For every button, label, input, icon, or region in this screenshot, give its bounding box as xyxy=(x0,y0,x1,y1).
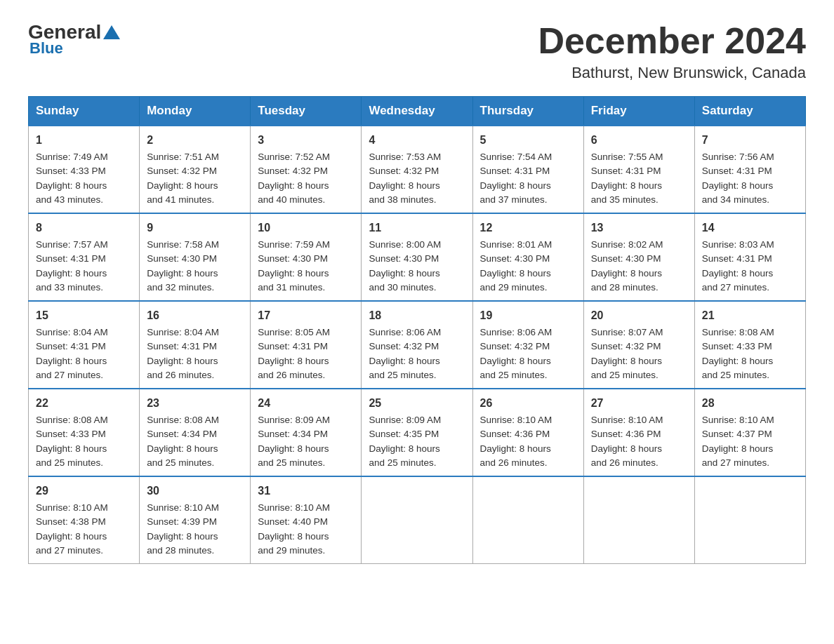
day-number: 10 xyxy=(258,220,354,236)
day-number: 8 xyxy=(36,220,132,236)
day-info: Sunrise: 8:08 AMSunset: 4:33 PMDaylight:… xyxy=(36,415,108,468)
calendar-day-cell: 26 Sunrise: 8:10 AMSunset: 4:36 PMDaylig… xyxy=(472,389,583,476)
day-number: 24 xyxy=(258,395,354,412)
day-info: Sunrise: 8:05 AMSunset: 4:31 PMDaylight:… xyxy=(258,327,330,380)
calendar-day-cell: 27 Sunrise: 8:10 AMSunset: 4:36 PMDaylig… xyxy=(583,389,694,476)
logo-triangle-icon xyxy=(103,25,120,39)
calendar-table: SundayMondayTuesdayWednesdayThursdayFrid… xyxy=(28,96,806,564)
day-info: Sunrise: 8:10 AMSunset: 4:40 PMDaylight:… xyxy=(258,502,330,556)
day-number: 20 xyxy=(591,307,687,324)
calendar-day-cell: 20 Sunrise: 8:07 AMSunset: 4:32 PMDaylig… xyxy=(583,301,694,389)
day-info: Sunrise: 7:53 AMSunset: 4:32 PMDaylight:… xyxy=(369,152,441,205)
calendar-day-header: Monday xyxy=(140,97,251,126)
calendar-day-cell: 5 Sunrise: 7:54 AMSunset: 4:31 PMDayligh… xyxy=(472,126,583,213)
calendar-day-header: Sunday xyxy=(29,97,140,126)
day-number: 15 xyxy=(36,307,132,324)
day-info: Sunrise: 7:57 AMSunset: 4:31 PMDaylight:… xyxy=(36,239,108,293)
day-number: 25 xyxy=(369,395,465,412)
day-number: 11 xyxy=(369,220,465,236)
calendar-day-cell: 30 Sunrise: 8:10 AMSunset: 4:39 PMDaylig… xyxy=(140,476,251,564)
day-info: Sunrise: 8:02 AMSunset: 4:30 PMDaylight:… xyxy=(591,239,663,293)
day-number: 28 xyxy=(702,395,798,412)
calendar-day-cell xyxy=(583,476,694,564)
day-number: 17 xyxy=(258,307,354,324)
day-number: 18 xyxy=(369,307,465,324)
month-title: December 2024 xyxy=(538,21,806,61)
calendar-day-cell: 14 Sunrise: 8:03 AMSunset: 4:31 PMDaylig… xyxy=(694,213,805,301)
calendar-week-row: 22 Sunrise: 8:08 AMSunset: 4:33 PMDaylig… xyxy=(29,389,806,476)
day-number: 22 xyxy=(36,395,132,412)
day-info: Sunrise: 8:08 AMSunset: 4:33 PMDaylight:… xyxy=(702,327,774,380)
day-info: Sunrise: 7:58 AMSunset: 4:30 PMDaylight:… xyxy=(147,239,219,293)
calendar-day-cell: 23 Sunrise: 8:08 AMSunset: 4:34 PMDaylig… xyxy=(140,389,251,476)
day-info: Sunrise: 7:55 AMSunset: 4:31 PMDaylight:… xyxy=(591,152,663,205)
day-number: 13 xyxy=(591,220,687,236)
calendar-day-cell: 19 Sunrise: 8:06 AMSunset: 4:32 PMDaylig… xyxy=(472,301,583,389)
location-text: Bathurst, New Brunswick, Canada xyxy=(538,64,806,82)
logo: General Blue xyxy=(28,21,122,58)
day-number: 14 xyxy=(702,220,798,236)
calendar-day-header: Wednesday xyxy=(362,97,472,126)
day-info: Sunrise: 8:09 AMSunset: 4:34 PMDaylight:… xyxy=(258,415,330,468)
day-number: 4 xyxy=(369,132,465,149)
logo-blue-text: Blue xyxy=(29,39,63,58)
day-info: Sunrise: 8:06 AMSunset: 4:32 PMDaylight:… xyxy=(480,327,552,380)
day-info: Sunrise: 8:07 AMSunset: 4:32 PMDaylight:… xyxy=(591,327,663,380)
day-number: 6 xyxy=(591,132,687,149)
day-number: 26 xyxy=(480,395,576,412)
title-section: December 2024 Bathurst, New Brunswick, C… xyxy=(538,21,806,82)
day-number: 16 xyxy=(147,307,243,324)
day-number: 12 xyxy=(480,220,576,236)
calendar-day-header: Saturday xyxy=(694,97,805,126)
calendar-day-header: Friday xyxy=(583,97,694,126)
day-number: 3 xyxy=(258,132,354,149)
day-info: Sunrise: 8:04 AMSunset: 4:31 PMDaylight:… xyxy=(36,327,108,380)
day-number: 19 xyxy=(480,307,576,324)
day-info: Sunrise: 8:00 AMSunset: 4:30 PMDaylight:… xyxy=(369,239,441,293)
day-number: 30 xyxy=(147,483,243,499)
day-info: Sunrise: 7:59 AMSunset: 4:30 PMDaylight:… xyxy=(258,239,330,293)
calendar-day-cell: 31 Sunrise: 8:10 AMSunset: 4:40 PMDaylig… xyxy=(251,476,362,564)
day-number: 29 xyxy=(36,483,132,499)
calendar-day-cell xyxy=(694,476,805,564)
calendar-week-row: 29 Sunrise: 8:10 AMSunset: 4:38 PMDaylig… xyxy=(29,476,806,564)
calendar-day-cell: 16 Sunrise: 8:04 AMSunset: 4:31 PMDaylig… xyxy=(140,301,251,389)
calendar-day-cell: 29 Sunrise: 8:10 AMSunset: 4:38 PMDaylig… xyxy=(29,476,140,564)
calendar-day-cell xyxy=(472,476,583,564)
day-number: 31 xyxy=(258,483,354,499)
calendar-day-cell: 2 Sunrise: 7:51 AMSunset: 4:32 PMDayligh… xyxy=(140,126,251,213)
calendar-day-cell: 6 Sunrise: 7:55 AMSunset: 4:31 PMDayligh… xyxy=(583,126,694,213)
day-info: Sunrise: 8:01 AMSunset: 4:30 PMDaylight:… xyxy=(480,239,552,293)
day-info: Sunrise: 8:04 AMSunset: 4:31 PMDaylight:… xyxy=(147,327,219,380)
day-info: Sunrise: 8:10 AMSunset: 4:36 PMDaylight:… xyxy=(480,415,552,468)
day-number: 23 xyxy=(147,395,243,412)
day-number: 27 xyxy=(591,395,687,412)
calendar-day-cell: 7 Sunrise: 7:56 AMSunset: 4:31 PMDayligh… xyxy=(694,126,805,213)
day-number: 9 xyxy=(147,220,243,236)
day-number: 5 xyxy=(480,132,576,149)
calendar-day-cell: 25 Sunrise: 8:09 AMSunset: 4:35 PMDaylig… xyxy=(362,389,472,476)
calendar-day-cell: 9 Sunrise: 7:58 AMSunset: 4:30 PMDayligh… xyxy=(140,213,251,301)
day-number: 7 xyxy=(702,132,798,149)
calendar-day-header: Thursday xyxy=(472,97,583,126)
day-info: Sunrise: 7:54 AMSunset: 4:31 PMDaylight:… xyxy=(480,152,552,205)
day-info: Sunrise: 8:10 AMSunset: 4:37 PMDaylight:… xyxy=(702,415,774,468)
calendar-week-row: 8 Sunrise: 7:57 AMSunset: 4:31 PMDayligh… xyxy=(29,213,806,301)
day-info: Sunrise: 7:49 AMSunset: 4:33 PMDaylight:… xyxy=(36,152,108,205)
calendar-day-cell: 1 Sunrise: 7:49 AMSunset: 4:33 PMDayligh… xyxy=(29,126,140,213)
page-header: General Blue December 2024 Bathurst, New… xyxy=(28,21,806,82)
calendar-day-cell: 18 Sunrise: 8:06 AMSunset: 4:32 PMDaylig… xyxy=(362,301,472,389)
calendar-day-cell: 21 Sunrise: 8:08 AMSunset: 4:33 PMDaylig… xyxy=(694,301,805,389)
day-number: 21 xyxy=(702,307,798,324)
calendar-day-cell: 13 Sunrise: 8:02 AMSunset: 4:30 PMDaylig… xyxy=(583,213,694,301)
calendar-day-cell: 17 Sunrise: 8:05 AMSunset: 4:31 PMDaylig… xyxy=(251,301,362,389)
calendar-day-cell: 15 Sunrise: 8:04 AMSunset: 4:31 PMDaylig… xyxy=(29,301,140,389)
day-info: Sunrise: 8:10 AMSunset: 4:36 PMDaylight:… xyxy=(591,415,663,468)
calendar-day-cell: 22 Sunrise: 8:08 AMSunset: 4:33 PMDaylig… xyxy=(29,389,140,476)
day-number: 2 xyxy=(147,132,243,149)
calendar-day-cell xyxy=(362,476,472,564)
calendar-header-row: SundayMondayTuesdayWednesdayThursdayFrid… xyxy=(29,97,806,126)
calendar-week-row: 1 Sunrise: 7:49 AMSunset: 4:33 PMDayligh… xyxy=(29,126,806,213)
calendar-day-cell: 28 Sunrise: 8:10 AMSunset: 4:37 PMDaylig… xyxy=(694,389,805,476)
day-info: Sunrise: 7:51 AMSunset: 4:32 PMDaylight:… xyxy=(147,152,219,205)
